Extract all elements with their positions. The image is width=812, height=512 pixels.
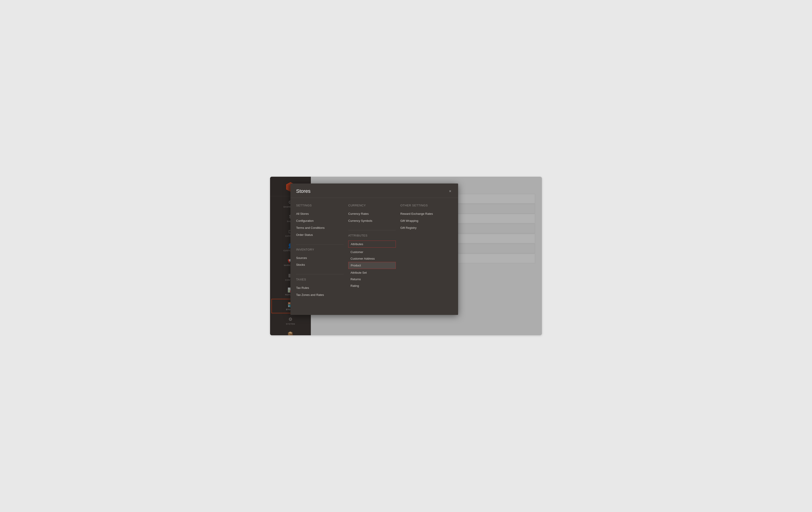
menu-column-2: Currency Currency RatesCurrency Symbols …	[348, 202, 400, 304]
menu-item-tax-rules[interactable]: Tax Rules	[296, 285, 344, 291]
menu-item-terms-conditions[interactable]: Terms and Conditions	[296, 225, 344, 231]
modal-title: Stores	[296, 188, 311, 194]
other-settings-section: Other Settings Reward Exchange RatesGift…	[400, 204, 448, 231]
screen-wrapper: ngs YesIncluding FPT and FPT description…	[270, 177, 542, 335]
separator-1	[296, 244, 344, 245]
menu-item-configuration[interactable]: Configuration	[296, 218, 344, 225]
taxes-section: Taxes Tax RulesTax Zones and Rates	[296, 278, 344, 298]
attributes-header[interactable]: Attributes	[348, 240, 396, 248]
taxes-title: Taxes	[296, 278, 344, 281]
menu-item-all-stores[interactable]: All Stores	[296, 210, 344, 218]
inventory-section: Inventory SourcesStocks	[296, 248, 344, 269]
menu-item-gift-wrapping[interactable]: Gift Wrapping	[400, 218, 448, 225]
menu-column-3: Other Settings Reward Exchange RatesGift…	[400, 202, 453, 304]
attributes-section: Attributes AttributesCustomerCustomer Ad…	[348, 234, 396, 289]
modal-header: Stores ×	[290, 183, 458, 198]
menu-item-product[interactable]: Product	[348, 262, 396, 269]
menu-item-customer[interactable]: Customer	[348, 249, 396, 255]
other-settings-title: Other Settings	[400, 204, 448, 207]
menu-item-customer-address[interactable]: Customer Address	[348, 255, 396, 262]
settings-section: Settings All StoresConfigurationTerms an…	[296, 204, 344, 238]
modal-body: Settings All StoresConfigurationTerms an…	[290, 198, 458, 309]
menu-item-currency-rates[interactable]: Currency Rates	[348, 210, 396, 218]
menu-item-gift-registry[interactable]: Gift Registry	[400, 225, 448, 231]
menu-item-reward-exchange[interactable]: Reward Exchange Rates	[400, 210, 448, 218]
stores-modal: Stores × Settings All StoresConfiguratio…	[290, 183, 458, 315]
menu-item-order-status[interactable]: Order Status	[296, 231, 344, 238]
menu-item-returns[interactable]: Returns	[348, 276, 396, 283]
menu-item-tax-zones[interactable]: Tax Zones and Rates	[296, 291, 344, 298]
modal-close-button[interactable]: ×	[448, 188, 453, 194]
attributes-title: Attributes	[348, 234, 396, 237]
modal-overlay: Stores × Settings All StoresConfiguratio…	[270, 177, 542, 335]
inventory-title: Inventory	[296, 248, 344, 251]
separator-3	[348, 230, 396, 230]
menu-item-sources[interactable]: Sources	[296, 255, 344, 262]
menu-item-currency-symbols[interactable]: Currency Symbols	[348, 218, 396, 225]
menu-column-1: Settings All StoresConfigurationTerms an…	[296, 202, 348, 304]
menu-item-stocks[interactable]: Stocks	[296, 261, 344, 268]
settings-title: Settings	[296, 204, 344, 207]
menu-item-rating[interactable]: Rating	[348, 283, 396, 289]
currency-title: Currency	[348, 204, 396, 207]
currency-section: Currency Currency RatesCurrency Symbols	[348, 204, 396, 225]
menu-item-attribute-set[interactable]: Attribute Set	[348, 269, 396, 276]
